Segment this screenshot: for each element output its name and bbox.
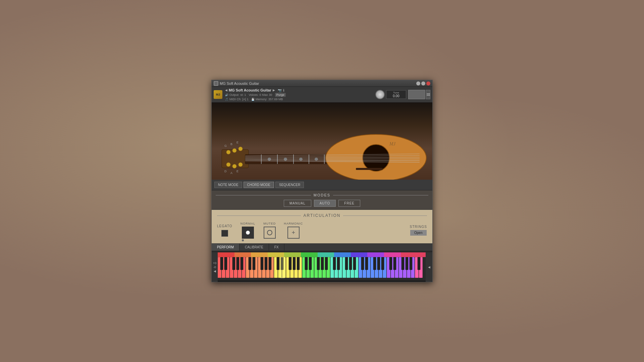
svg-rect-117 xyxy=(401,257,404,270)
articulation-controls: LEGATO NORMAL MUTED xyxy=(217,222,427,239)
svg-point-4 xyxy=(238,147,243,151)
bottom-tabs: PERFORM CALIBRATE FX xyxy=(212,244,432,251)
svg-text:A: A xyxy=(230,171,232,175)
svg-rect-116 xyxy=(393,257,396,270)
piano-area: +0 -0 ◀ xyxy=(212,251,432,282)
memory-icon: 💾 xyxy=(251,98,255,101)
strings-value-button[interactable]: Open xyxy=(410,230,426,236)
tab-note-mode[interactable]: NOTE MODE xyxy=(214,182,242,188)
side-btn-1[interactable] xyxy=(427,94,430,94)
svg-rect-112 xyxy=(373,257,376,270)
speaker-icon: 🔊 xyxy=(225,94,228,97)
piano-scroll-indicator[interactable]: ◀ xyxy=(428,265,430,269)
svg-point-19 xyxy=(363,144,389,171)
svg-point-17 xyxy=(315,158,318,161)
tab-chord-mode[interactable]: CHORD MODE xyxy=(244,182,274,188)
svg-rect-97 xyxy=(289,257,291,270)
instrument-name: MG Soft Acoustic Guitar xyxy=(229,88,271,92)
tab-perform[interactable]: PERFORM xyxy=(212,244,239,251)
title-bar-text: MG Soft Acoustic Guitar xyxy=(220,81,259,85)
close-button[interactable] xyxy=(426,81,430,85)
harmonic-button[interactable]: + xyxy=(287,227,300,239)
strings-label: STRINGS xyxy=(410,225,427,229)
options-display xyxy=(408,90,425,99)
piano-scroll-left[interactable]: ◀ xyxy=(213,269,216,273)
tab-calibrate[interactable]: CALIBRATE xyxy=(239,244,269,251)
tab-fx[interactable]: FX xyxy=(269,244,284,251)
legato-button[interactable] xyxy=(221,230,228,237)
color-strip xyxy=(218,252,426,257)
svg-point-5 xyxy=(226,163,230,167)
harmonic-label: HARMONIC xyxy=(284,222,303,225)
header-sub-row: 🔊 Output: st: 1 Voices: 0 Max 30 Purge xyxy=(225,93,371,97)
side-btn-2[interactable] xyxy=(427,95,430,96)
articulation-title: ARTICULATION xyxy=(217,213,427,218)
info-icon[interactable]: ℹ xyxy=(283,88,284,92)
tab-sequencer[interactable]: SEQUENCER xyxy=(275,182,304,188)
piano-up-button[interactable]: +0 xyxy=(213,261,216,265)
modes-title: MODES xyxy=(216,193,428,197)
svg-rect-86 xyxy=(224,257,227,270)
svg-rect-118 xyxy=(406,257,408,270)
normal-indicator xyxy=(242,239,244,241)
svg-text:E: E xyxy=(236,141,238,144)
svg-rect-88 xyxy=(236,257,239,270)
logo-area: MJ xyxy=(214,90,222,99)
title-bar-controls xyxy=(416,81,430,85)
normal-btn-wrapper xyxy=(242,227,254,239)
camera-icon[interactable]: 📷 xyxy=(278,88,282,92)
piano-down-button[interactable]: -0 xyxy=(213,265,216,269)
svg-point-6 xyxy=(232,164,236,168)
svg-rect-107 xyxy=(345,257,348,270)
logo-icon: MJ xyxy=(214,90,222,99)
voices-info: Voices: 0 Max 30 xyxy=(249,93,272,97)
piano-controls: +0 -0 ◀ xyxy=(212,252,218,282)
svg-rect-120 xyxy=(418,257,420,270)
piano-bottom-bar xyxy=(218,281,426,282)
piano-scroll-area: ◀ xyxy=(426,252,432,282)
svg-rect-91 xyxy=(253,257,255,270)
svg-rect-92 xyxy=(261,257,263,270)
tune-label: Tune xyxy=(388,91,404,94)
arrow-next[interactable]: ▶ xyxy=(273,88,275,92)
free-mode-button[interactable]: FREE xyxy=(338,200,360,207)
svg-rect-109 xyxy=(353,257,356,270)
piano-keys-svg[interactable] xyxy=(218,257,423,279)
strings-control: STRINGS Open xyxy=(410,225,427,236)
svg-text:E: E xyxy=(236,170,238,173)
header-bar: MJ ◀ MG Soft Acoustic Guitar ▶ 📷 ℹ 🔊 Out… xyxy=(212,87,432,103)
svg-text:G: G xyxy=(224,144,227,147)
svg-rect-90 xyxy=(249,257,251,270)
harmonic-button-group: HARMONIC + xyxy=(284,222,303,239)
svg-rect-20 xyxy=(356,168,383,170)
svg-rect-87 xyxy=(232,257,235,270)
manual-mode-button[interactable]: MANUAL xyxy=(284,200,311,207)
svg-rect-0 xyxy=(214,82,218,85)
svg-point-15 xyxy=(284,158,287,161)
maximize-button[interactable] xyxy=(421,81,425,85)
svg-rect-113 xyxy=(377,257,380,270)
minimize-button[interactable] xyxy=(416,81,420,85)
svg-point-3 xyxy=(232,148,236,153)
modes-section: MODES MANUAL AUTO FREE xyxy=(212,190,432,210)
piano-keyboard-wrapper xyxy=(218,252,426,282)
svg-rect-98 xyxy=(293,257,296,270)
title-bar: MG Soft Acoustic Guitar xyxy=(212,80,432,87)
svg-rect-111 xyxy=(365,257,368,270)
arrow-prev[interactable]: ◀ xyxy=(225,88,227,92)
normal-button[interactable] xyxy=(242,227,254,239)
purge-button[interactable]: Purge xyxy=(275,93,286,97)
guitar-svg: G B E D A E MJ xyxy=(212,103,432,180)
auto-mode-button[interactable]: AUTO xyxy=(314,200,336,207)
svg-text:D: D xyxy=(224,170,227,173)
svg-text:B: B xyxy=(230,142,232,146)
normal-button-group: NORMAL xyxy=(240,222,256,239)
normal-label: NORMAL xyxy=(240,222,256,225)
svg-rect-103 xyxy=(321,257,324,270)
muted-button[interactable] xyxy=(264,227,276,239)
svg-rect-110 xyxy=(361,257,364,270)
midi-row: 🎵 MIDI Ch: [A] 1 💾 Memory: 357.69 MB xyxy=(225,98,371,101)
svg-rect-89 xyxy=(240,257,243,270)
tune-knob[interactable] xyxy=(375,90,385,99)
guitar-area: G B E D A E MJ xyxy=(212,103,432,180)
